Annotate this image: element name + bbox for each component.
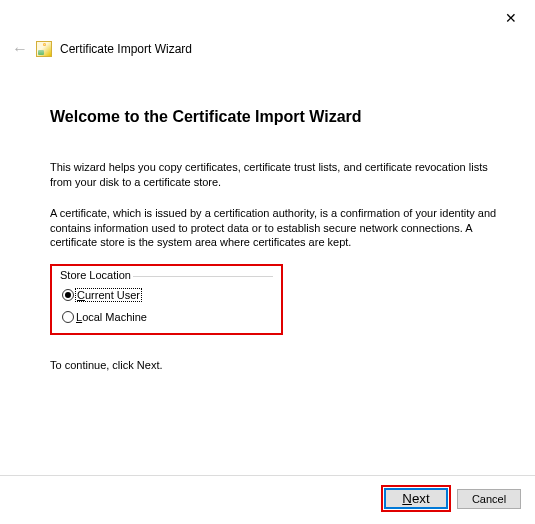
radio-label-local-machine: Local Machine <box>76 311 147 323</box>
wizard-title-small: Certificate Import Wizard <box>60 42 192 56</box>
certificate-wizard-icon <box>36 41 52 57</box>
next-button[interactable]: Next <box>384 488 448 509</box>
next-button-highlight: Next <box>381 485 451 512</box>
cancel-button[interactable]: Cancel <box>457 489 521 509</box>
intro-paragraph-1: This wizard helps you copy certificates,… <box>50 160 498 190</box>
radio-icon <box>62 289 74 301</box>
close-icon[interactable]: ✕ <box>501 8 521 28</box>
intro-paragraph-2: A certificate, which is issued by a cert… <box>50 206 498 251</box>
radio-current-user[interactable]: Current User <box>62 289 271 301</box>
wizard-header: ← Certificate Import Wizard <box>12 40 192 58</box>
store-location-group: Store Location Current User Local Machin… <box>50 264 283 335</box>
continue-note: To continue, click Next. <box>50 359 498 371</box>
back-arrow-icon[interactable]: ← <box>12 40 28 58</box>
footer-divider <box>0 475 535 476</box>
group-legend: Store Location <box>60 269 133 281</box>
page-title: Welcome to the Certificate Import Wizard <box>50 108 498 126</box>
radio-icon <box>62 311 74 323</box>
footer-buttons: Next Cancel <box>381 485 521 512</box>
radio-local-machine[interactable]: Local Machine <box>62 311 271 323</box>
wizard-content: Welcome to the Certificate Import Wizard… <box>50 108 498 371</box>
radio-label-current-user: Current User <box>76 289 141 301</box>
